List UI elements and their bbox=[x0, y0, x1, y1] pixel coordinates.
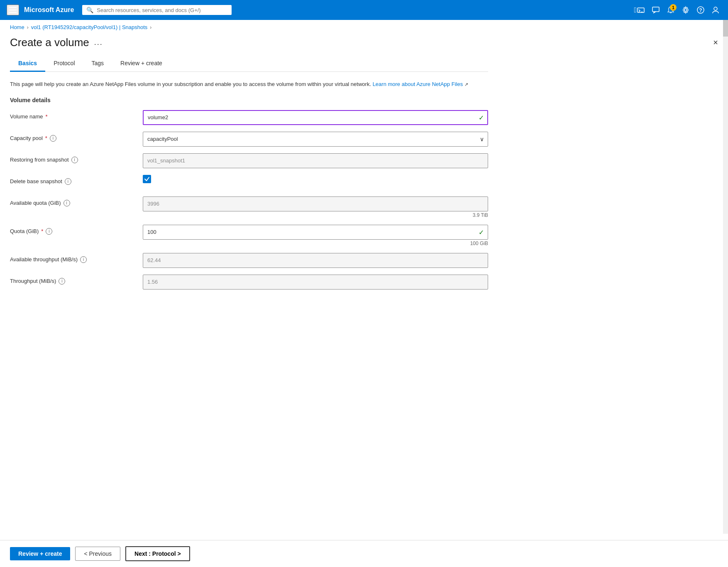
search-icon: 🔍 bbox=[86, 7, 93, 13]
form-row-capacity-pool: Capacity pool * i capacityPool ∨ bbox=[10, 132, 488, 147]
volume-details-header: Volume details bbox=[10, 97, 488, 103]
volume-name-input-wrap: ✓ bbox=[143, 110, 488, 125]
capacity-pool-info-icon[interactable]: i bbox=[50, 135, 56, 142]
breadcrumb-separator-2: › bbox=[150, 25, 151, 30]
form-row-available-quota: Available quota (GiB) i 3.9 TiB bbox=[10, 196, 488, 218]
settings-icon bbox=[682, 6, 690, 14]
restoring-snapshot-input bbox=[143, 153, 488, 168]
available-throughput-info-icon[interactable]: i bbox=[80, 256, 87, 263]
volume-name-control: ✓ bbox=[143, 110, 488, 125]
description-text: This page will help you create an Azure … bbox=[10, 81, 371, 87]
volume-name-label: Volume name * bbox=[10, 110, 143, 120]
volume-name-valid-icon: ✓ bbox=[479, 113, 484, 121]
help-button[interactable]: ? bbox=[695, 4, 706, 16]
form-row-delete-snapshot: Delete base snapshot i bbox=[10, 175, 488, 190]
app-title: Microsoft Azure bbox=[24, 6, 74, 14]
search-input[interactable] bbox=[97, 7, 227, 13]
page-description: This page will help you create an Azure … bbox=[10, 80, 488, 88]
breadcrumb-parent[interactable]: vol1 (RT1945292/capacityPool/vol1) | Sna… bbox=[31, 24, 148, 30]
capacity-pool-label: Capacity pool * i bbox=[10, 132, 143, 142]
tab-basics[interactable]: Basics bbox=[10, 56, 45, 72]
close-button[interactable]: × bbox=[713, 38, 718, 47]
quota-label: Quota (GiB) * i bbox=[10, 225, 143, 235]
throughput-info-icon[interactable]: i bbox=[59, 278, 65, 285]
quota-input[interactable] bbox=[143, 225, 488, 240]
page-header: Create a volume ... × bbox=[0, 33, 728, 56]
quota-hint: 100 GiB bbox=[143, 241, 488, 246]
delete-snapshot-info-icon[interactable]: i bbox=[65, 178, 71, 185]
restoring-snapshot-control bbox=[143, 153, 488, 168]
svg-point-3 bbox=[684, 9, 687, 11]
notifications-button[interactable]: 1 bbox=[665, 4, 677, 16]
restoring-snapshot-info-icon[interactable]: i bbox=[71, 157, 78, 163]
content-area: Home › vol1 (RT1945292/capacityPool/vol1… bbox=[0, 20, 728, 534]
scrollbar-track bbox=[723, 20, 728, 534]
settings-button[interactable] bbox=[680, 4, 691, 16]
available-throughput-control bbox=[143, 253, 488, 268]
breadcrumb-home[interactable]: Home bbox=[10, 24, 24, 30]
quota-required: * bbox=[41, 228, 43, 234]
nav-icons:  1 ? bbox=[632, 4, 721, 16]
delete-snapshot-label: Delete base snapshot i bbox=[10, 175, 143, 185]
available-throughput-input bbox=[143, 253, 488, 268]
checkmark-icon bbox=[144, 176, 150, 182]
delete-snapshot-checkbox[interactable] bbox=[143, 175, 151, 183]
throughput-label: Throughput (MiB/s) i bbox=[10, 275, 143, 285]
available-throughput-label: Available throughput (MiB/s) i bbox=[10, 253, 143, 263]
breadcrumb-separator-1: › bbox=[27, 25, 29, 30]
cloud-shell-svg-icon bbox=[637, 6, 645, 14]
account-icon bbox=[711, 6, 720, 14]
quota-valid-icon: ✓ bbox=[479, 228, 484, 236]
volume-name-input[interactable] bbox=[143, 110, 488, 125]
tab-bar: Basics Protocol Tags Review + create bbox=[10, 56, 488, 72]
form-row-quota: Quota (GiB) * i ✓ 100 GiB bbox=[10, 225, 488, 246]
scrollbar-thumb[interactable] bbox=[723, 20, 728, 37]
available-quota-input bbox=[143, 196, 488, 211]
available-quota-hint: 3.9 TiB bbox=[143, 212, 488, 218]
delete-snapshot-control bbox=[143, 175, 488, 183]
delete-snapshot-checkbox-wrap bbox=[143, 175, 488, 183]
search-bar[interactable]: 🔍 bbox=[82, 5, 232, 15]
svg-text:?: ? bbox=[699, 7, 702, 13]
available-quota-control: 3.9 TiB bbox=[143, 196, 488, 218]
external-link-icon: ↗ bbox=[464, 82, 468, 87]
throughput-control bbox=[143, 275, 488, 290]
available-quota-label: Available quota (GiB) i bbox=[10, 196, 143, 206]
feedback-button[interactable] bbox=[650, 4, 662, 16]
tab-review-create[interactable]: Review + create bbox=[112, 56, 171, 72]
available-quota-info-icon[interactable]: i bbox=[64, 200, 70, 206]
form-row-available-throughput: Available throughput (MiB/s) i bbox=[10, 253, 488, 268]
tab-protocol[interactable]: Protocol bbox=[45, 56, 83, 72]
svg-rect-2 bbox=[652, 7, 659, 12]
form-row-volume-name: Volume name * ✓ bbox=[10, 110, 488, 125]
restoring-snapshot-label: Restoring from snapshot i bbox=[10, 153, 143, 163]
capacity-pool-select-wrap: capacityPool ∨ bbox=[143, 132, 488, 147]
quota-info-icon[interactable]: i bbox=[46, 228, 52, 235]
cloud-shell-icon:  bbox=[634, 6, 637, 15]
breadcrumb: Home › vol1 (RT1945292/capacityPool/vol1… bbox=[0, 20, 728, 33]
top-navigation: Microsoft Azure 🔍  1 ? bbox=[0, 0, 728, 20]
volume-name-required: * bbox=[46, 113, 48, 120]
account-button[interactable] bbox=[710, 4, 721, 16]
throughput-input bbox=[143, 275, 488, 290]
feedback-icon bbox=[652, 6, 660, 14]
help-icon: ? bbox=[696, 6, 705, 14]
learn-more-link[interactable]: Learn more about Azure NetApp Files bbox=[373, 81, 463, 87]
form-row-restoring-snapshot: Restoring from snapshot i bbox=[10, 153, 488, 168]
quota-control: ✓ 100 GiB bbox=[143, 225, 488, 246]
capacity-pool-select[interactable]: capacityPool bbox=[143, 132, 488, 147]
capacity-pool-control: capacityPool ∨ bbox=[143, 132, 488, 147]
cloud-shell-button[interactable]:  bbox=[632, 4, 647, 16]
capacity-pool-required: * bbox=[45, 135, 47, 141]
form-row-throughput: Throughput (MiB/s) i bbox=[10, 275, 488, 290]
svg-point-6 bbox=[714, 7, 717, 10]
page-title: Create a volume bbox=[10, 36, 89, 49]
notification-badge: 1 bbox=[670, 4, 677, 11]
tab-tags[interactable]: Tags bbox=[83, 56, 112, 72]
hamburger-menu[interactable] bbox=[7, 5, 19, 15]
main-content: Basics Protocol Tags Review + create Thi… bbox=[0, 56, 498, 290]
page-menu-button[interactable]: ... bbox=[94, 38, 103, 47]
